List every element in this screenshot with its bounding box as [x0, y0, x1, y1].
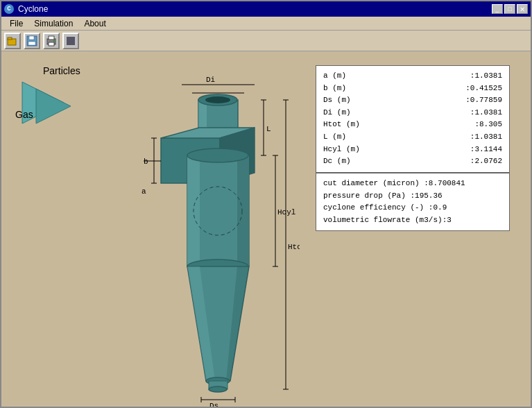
legend: Particles Gas	[15, 65, 92, 120]
result-row-efficiency: cyclone efficiency (-) :0.9	[323, 202, 502, 214]
main-window: C Cyclone _ □ ✕ File Simulation About	[0, 0, 532, 408]
arrow-diagram: Gas	[15, 78, 92, 120]
svg-point-19	[205, 96, 230, 103]
param-val-dc: :2.0762	[470, 155, 502, 168]
save-button[interactable]	[24, 33, 40, 49]
param-key-ds: Ds (m)	[323, 94, 351, 107]
svg-text:L: L	[266, 125, 271, 133]
toolbar	[1, 31, 531, 51]
result-val-cut: :8.700841	[424, 179, 465, 187]
param-row-a: a (m) :1.0381	[323, 70, 502, 83]
param-key-hcyl: Hcyl (m)	[323, 144, 360, 156]
svg-text:a: a	[141, 187, 146, 196]
cyclone-diagram: Di Dc b	[140, 72, 300, 407]
menu-bar: File Simulation About	[1, 17, 531, 31]
svg-text:Hcyl: Hcyl	[277, 208, 295, 216]
param-val-l: :1.0381	[470, 131, 502, 144]
svg-marker-11	[36, 89, 71, 124]
main-content: Particles Gas Di Dc	[1, 51, 531, 407]
svg-point-35	[187, 148, 248, 162]
param-key-a: a (m)	[323, 70, 346, 83]
svg-rect-6	[49, 36, 54, 40]
svg-text:Di: Di	[206, 76, 216, 84]
result-val-efficiency: :0.9	[429, 203, 447, 212]
param-val-di: :1.0381	[470, 107, 502, 119]
result-key-efficiency: cyclone efficiency (-)	[323, 203, 424, 212]
svg-text:Ds: Ds	[209, 402, 218, 407]
param-key-dc: Dc (m)	[323, 155, 351, 168]
param-row-hcyl: Hcyl (m) :3.1144	[323, 144, 502, 156]
menu-simulation[interactable]: Simulation	[28, 17, 78, 30]
svg-rect-34	[237, 155, 249, 266]
svg-rect-9	[67, 37, 75, 45]
param-key-htot: Htot (m)	[323, 119, 360, 131]
param-row-di: Di (m) :1.0381	[323, 107, 502, 119]
param-row-l: L (m) :1.0381	[323, 131, 502, 144]
result-key-flowrate: volumetric flowrate (m3/s):3	[323, 216, 452, 224]
param-val-ds: :0.77859	[465, 94, 502, 107]
title-controls: _ □ ✕	[492, 4, 528, 14]
param-val-b: :0.41525	[465, 83, 502, 95]
result-row-cut: cut diameter (micron) :8.700841	[323, 178, 502, 190]
open-button[interactable]	[4, 33, 21, 49]
param-val-htot: :8.305	[474, 119, 502, 131]
result-row-flowrate: volumetric flowrate (m3/s):3	[323, 214, 502, 227]
param-row-b: b (m) :0.41525	[323, 83, 502, 95]
print-button[interactable]	[43, 33, 60, 49]
svg-rect-7	[49, 42, 54, 46]
param-val-a: :1.0381	[470, 70, 502, 83]
results-panel: cut diameter (micron) :8.700841 pressure…	[316, 173, 510, 231]
param-row-dc: Dc (m) :2.0762	[323, 155, 502, 168]
window-title: Cyclone	[18, 4, 48, 14]
result-row-pressure: pressure drop (Pa) :195.36	[323, 190, 502, 203]
result-key-pressure: pressure drop (Pa)	[323, 192, 406, 200]
title-bar-left: C Cyclone	[4, 4, 48, 14]
svg-rect-3	[29, 36, 34, 40]
svg-point-8	[53, 40, 55, 42]
param-key-b: b (m)	[323, 83, 346, 95]
app-icon: C	[4, 4, 14, 14]
result-key-cut: cut diameter (micron)	[323, 179, 420, 187]
param-key-l: L (m)	[323, 131, 346, 144]
svg-rect-4	[28, 42, 35, 45]
maximize-button[interactable]: □	[504, 4, 515, 14]
param-val-hcyl: :3.1144	[470, 144, 502, 156]
extra-button[interactable]	[62, 33, 79, 49]
result-val-pressure: :195.36	[410, 192, 442, 200]
gas-label: Gas	[15, 109, 33, 120]
menu-about[interactable]: About	[78, 17, 111, 30]
minimize-button[interactable]: _	[492, 4, 503, 14]
svg-rect-1	[8, 37, 12, 40]
svg-text:Htot: Htot	[288, 243, 300, 251]
menu-file[interactable]: File	[4, 17, 28, 30]
param-row-htot: Htot (m) :8.305	[323, 119, 502, 131]
params-panel: a (m) :1.0381 b (m) :0.41525 Ds (m) :0.7…	[316, 65, 510, 173]
title-bar: C Cyclone _ □ ✕	[1, 1, 531, 17]
param-key-di: Di (m)	[323, 107, 351, 119]
particles-label: Particles	[43, 65, 80, 76]
close-button[interactable]: ✕	[517, 4, 528, 14]
svg-point-51	[209, 386, 227, 392]
param-row-ds: Ds (m) :0.77859	[323, 94, 502, 107]
svg-text:b: b	[144, 158, 148, 166]
